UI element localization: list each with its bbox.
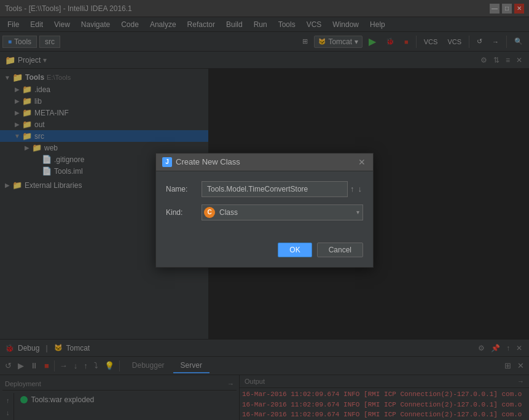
kind-field-row: Kind: C Class Interface Enum Annotation … — [166, 204, 363, 220]
kind-field-label: Kind: — [166, 208, 197, 217]
create-new-class-dialog: J Create New Class ✕ Name: ↑ ↓ Kind: C — [155, 153, 374, 268]
kind-select-wrapper: C Class Interface Enum Annotation ▾ — [202, 204, 363, 220]
modal-titlebar: J Create New Class ✕ — [156, 154, 373, 171]
kind-icon: C — [204, 207, 215, 218]
name-field-label: Name: — [166, 185, 197, 193]
cancel-button[interactable]: Cancel — [317, 243, 363, 257]
ok-button[interactable]: OK — [278, 243, 312, 257]
kind-select[interactable]: Class Interface Enum Annotation — [202, 204, 363, 220]
modal-footer: OK Cancel — [156, 238, 373, 267]
name-input[interactable] — [202, 181, 348, 197]
name-input-wrapper: ↑ ↓ — [202, 181, 363, 197]
name-sort-asc-btn[interactable]: ↑ — [349, 183, 356, 195]
modal-title-text: Create New Class — [176, 157, 240, 166]
modal-title-left: J Create New Class — [162, 157, 240, 167]
modal-close-button[interactable]: ✕ — [357, 157, 367, 167]
modal-title-icon: J — [162, 157, 172, 167]
modal-overlay: J Create New Class ✕ Name: ↑ ↓ Kind: C — [0, 0, 529, 420]
name-field-row: Name: ↑ ↓ — [166, 181, 363, 197]
modal-body: Name: ↑ ↓ Kind: C Class Interface Enum A… — [156, 171, 373, 238]
name-sort-desc-btn[interactable]: ↓ — [357, 183, 364, 195]
